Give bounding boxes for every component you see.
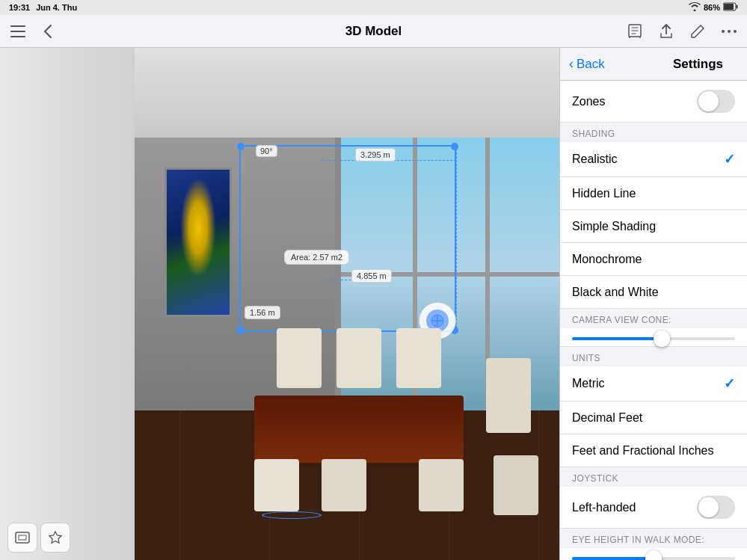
3d-view[interactable]: 90° 3.295 m 4.855 m 1.56 m Area: 2.57 m2 [0,48,559,560]
chair-right-2 [494,455,538,515]
settings-header: ‹ Back Settings [560,48,747,81]
eye-height-slider-track[interactable] [572,557,735,560]
zones-toggle-knob [698,91,719,111]
units-fractional-row[interactable]: Feet and Fractional Inches [560,434,747,467]
svg-rect-5 [10,36,25,37]
shading-bw-row[interactable]: Black and White [560,276,747,309]
more-icon[interactable] [720,22,738,40]
svg-rect-2 [724,4,734,10]
shading-realistic-label: Realistic [572,153,617,166]
shading-hiddenline-label: Hidden Line [572,187,636,200]
settings-panel-title: Settings [673,57,723,72]
shape-view-button[interactable] [40,523,70,553]
shading-realistic-check: ✓ [724,151,735,167]
svg-rect-4 [10,31,25,32]
svg-rect-3 [10,25,25,27]
time: 19:31 [9,3,30,12]
share-icon[interactable] [657,22,675,40]
height-measure-label: 4.855 m [351,269,392,283]
left-wall [0,48,135,560]
wifi-icon [689,2,701,13]
shading-realistic-row[interactable]: Realistic ✓ [560,142,747,177]
joystick-section-header: JOYSTICK [560,467,747,487]
back-button[interactable] [39,22,57,40]
area-label: Area: 2.57 m2 [284,250,349,265]
shading-bw-label: Black and White [572,286,659,299]
bottom-toolbar [7,523,70,553]
square-view-button[interactable] [7,523,37,553]
shading-simple-row[interactable]: Simple Shading [560,210,747,243]
status-bar: 19:31 Jun 4. Thu 86% [0,0,747,15]
floor-indicator [262,511,322,519]
eye-height-slider-thumb[interactable] [645,550,662,560]
svg-point-6 [722,30,725,33]
side-measure-label: 1.56 m [245,306,280,319]
joystick-lefthanded-row: Left-handed [560,487,747,529]
back-button-settings[interactable]: Back [577,57,605,72]
camera-cone-slider-track[interactable] [572,337,735,340]
units-metric-check: ✓ [724,375,735,392]
status-right: 86% [689,2,738,13]
camera-cone-section-label: CAMERA VIEW CONE: [560,309,747,328]
chair-front-center [322,459,366,511]
painting-image [167,170,230,315]
zones-toggle[interactable] [697,90,735,113]
chair-back-left [277,328,322,388]
eye-height-slider-row [560,548,747,560]
status-left: 19:31 Jun 4. Thu [9,3,77,12]
chair-back-right [396,328,441,388]
book-icon[interactable] [626,22,644,40]
shading-hiddenline-row[interactable]: Hidden Line [560,177,747,210]
settings-panel: ‹ Back Settings Zones SHADING Realistic … [559,48,747,560]
shading-simple-label: Simple Shading [572,220,656,233]
battery-text: 86% [704,3,720,12]
units-section-header: UNITS [560,347,747,366]
nav-left [9,22,57,40]
lefthanded-toggle[interactable] [697,496,735,519]
chair-front-left [254,459,299,511]
page-title: 3D Model [345,24,402,39]
angle-label: 90° [256,145,277,157]
pencil-icon[interactable] [689,22,707,40]
svg-point-7 [728,30,731,33]
shading-monochrome-row[interactable]: Monochrome [560,243,747,276]
units-metric-label: Metric [572,377,605,390]
joystick-lefthanded-label: Left-handed [572,501,636,514]
width-measure-label: 3.295 m [355,148,396,161]
chair-front-right [419,459,464,511]
table [254,396,464,463]
eye-height-section-label: EYE HEIGHT IN WALK MODE: [560,529,747,548]
svg-rect-11 [16,532,29,543]
svg-rect-12 [19,535,26,540]
svg-rect-1 [737,5,738,9]
eye-height-slider-fill [572,557,654,560]
zones-row: Zones [560,81,747,123]
units-fractional-label: Feet and Fractional Inches [572,444,713,458]
svg-point-10 [436,319,439,322]
chair-right-1 [486,358,531,433]
battery-icon [723,2,738,13]
painting [165,167,232,317]
units-decimalfeet-label: Decimal Feet [572,411,642,425]
nav-right [626,22,738,40]
menu-button[interactable] [9,22,27,40]
svg-point-8 [734,30,737,33]
camera-cone-slider-thumb[interactable] [654,330,670,347]
shading-section-header: SHADING [560,123,747,142]
lefthanded-toggle-knob [698,497,719,517]
units-metric-row[interactable]: Metric ✓ [560,366,747,401]
back-chevron-icon[interactable]: ‹ [569,56,574,72]
camera-cone-slider-row [560,328,747,347]
chair-back-center [336,328,381,388]
camera-cone-slider-fill [572,337,662,340]
top-nav: 3D Model [0,15,747,48]
zones-label: Zones [572,95,605,108]
units-decimalfeet-row[interactable]: Decimal Feet [560,401,747,434]
shading-monochrome-label: Monochrome [572,253,642,266]
ceiling [135,48,559,138]
date: Jun 4. Thu [36,3,77,12]
